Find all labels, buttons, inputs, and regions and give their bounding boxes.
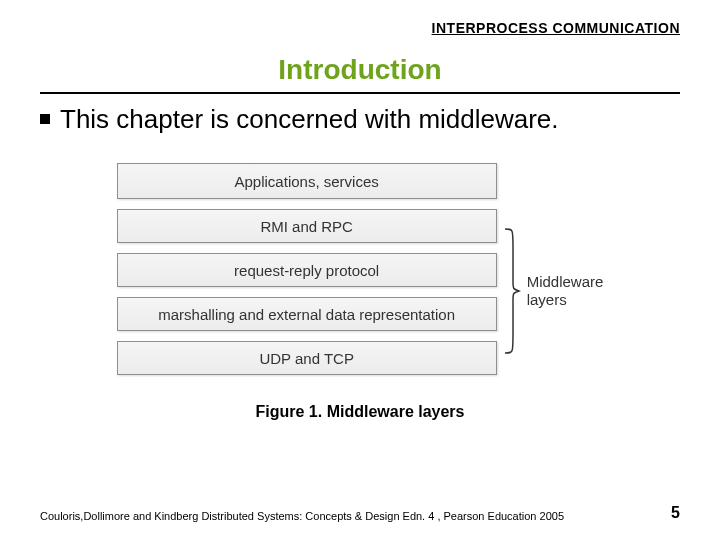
- diagram: Applications, services RMI and RPC reque…: [40, 163, 680, 375]
- bullet-square-icon: [40, 114, 50, 124]
- layer-request-reply: request-reply protocol: [117, 253, 497, 287]
- brace-icon: [503, 227, 521, 355]
- slide: INTERPROCESS COMMUNICATION Introduction …: [0, 0, 720, 540]
- bullet-text: This chapter is concerned with middlewar…: [60, 104, 559, 135]
- layer-rmi-rpc: RMI and RPC: [117, 209, 497, 243]
- slide-title: Introduction: [40, 54, 680, 86]
- layer-applications: Applications, services: [117, 163, 497, 199]
- title-rule: [40, 92, 680, 94]
- footer: Couloris,Dollimore and Kindberg Distribu…: [40, 504, 680, 522]
- brace-label-line1: Middleware: [527, 273, 604, 290]
- citation-text: Couloris,Dollimore and Kindberg Distribu…: [40, 510, 564, 522]
- layer-stack: Applications, services RMI and RPC reque…: [117, 163, 497, 375]
- slide-header: INTERPROCESS COMMUNICATION: [40, 20, 680, 36]
- figure-caption: Figure 1. Middleware layers: [40, 403, 680, 421]
- brace-label-line2: layers: [527, 291, 567, 308]
- page-number: 5: [671, 504, 680, 522]
- bullet-item: This chapter is concerned with middlewar…: [40, 104, 680, 135]
- brace-label: Middleware layers: [527, 273, 604, 309]
- layer-marshalling: marshalling and external data representa…: [117, 297, 497, 331]
- layer-udp-tcp: UDP and TCP: [117, 341, 497, 375]
